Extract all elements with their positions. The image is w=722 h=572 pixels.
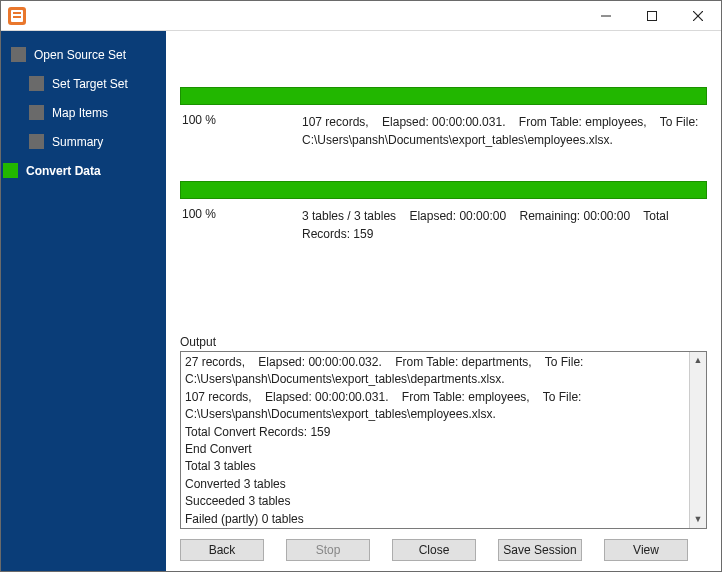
progress-text-current: 107 records, Elapsed: 00:00:00.031. From… xyxy=(302,113,705,149)
svg-rect-5 xyxy=(648,11,657,20)
step-label: Open Source Set xyxy=(34,48,126,62)
titlebar-left xyxy=(1,6,27,26)
progress-pct-total: 100 % xyxy=(182,207,270,221)
progress-area: 100 % 107 records, Elapsed: 00:00:00.031… xyxy=(166,31,721,243)
titlebar xyxy=(1,1,721,31)
output-textarea[interactable]: 27 records, Elapsed: 00:00:00.032. From … xyxy=(180,351,707,529)
output-label: Output xyxy=(180,335,707,349)
svg-rect-3 xyxy=(13,16,21,18)
step-box-icon xyxy=(29,76,44,91)
step-convert-data[interactable]: Convert Data xyxy=(3,163,158,178)
wizard-sidebar: Open Source Set Set Target Set Map Items… xyxy=(1,31,166,571)
step-box-icon xyxy=(11,47,26,62)
window-controls xyxy=(583,1,721,31)
step-label: Summary xyxy=(52,135,103,149)
main-panel: 100 % 107 records, Elapsed: 00:00:00.031… xyxy=(166,31,721,571)
button-row: Back Stop Close Save Session View xyxy=(166,529,721,572)
progress-pct-current: 100 % xyxy=(182,113,270,127)
step-box-icon xyxy=(3,163,18,178)
output-scrollbar[interactable]: ▲ ▼ xyxy=(689,352,706,528)
step-open-source-set[interactable]: Open Source Set xyxy=(11,47,158,62)
step-summary[interactable]: Summary xyxy=(29,134,158,149)
step-set-target-set[interactable]: Set Target Set xyxy=(29,76,158,91)
progress-bar-current xyxy=(180,87,707,105)
output-text: 27 records, Elapsed: 00:00:00.032. From … xyxy=(185,355,587,526)
scroll-up-icon[interactable]: ▲ xyxy=(690,352,706,369)
step-map-items[interactable]: Map Items xyxy=(29,105,158,120)
app-icon xyxy=(7,6,27,26)
maximize-button[interactable] xyxy=(629,1,675,31)
minimize-button[interactable] xyxy=(583,1,629,31)
progress-status-current: 100 % 107 records, Elapsed: 00:00:00.031… xyxy=(180,111,707,149)
step-label: Convert Data xyxy=(26,164,101,178)
progress-status-total: 100 % 3 tables / 3 tables Elapsed: 00:00… xyxy=(180,205,707,243)
body: Open Source Set Set Target Set Map Items… xyxy=(1,31,721,571)
step-label: Set Target Set xyxy=(52,77,128,91)
svg-rect-2 xyxy=(13,12,21,14)
scroll-down-icon[interactable]: ▼ xyxy=(690,511,706,528)
step-box-icon xyxy=(29,105,44,120)
app-window: Open Source Set Set Target Set Map Items… xyxy=(0,0,722,572)
stop-button: Stop xyxy=(286,539,370,561)
back-button[interactable]: Back xyxy=(180,539,264,561)
view-button[interactable]: View xyxy=(604,539,688,561)
close-window-button[interactable] xyxy=(675,1,721,31)
save-session-button[interactable]: Save Session xyxy=(498,539,582,561)
progress-bar-total xyxy=(180,181,707,199)
close-button[interactable]: Close xyxy=(392,539,476,561)
step-label: Map Items xyxy=(52,106,108,120)
step-box-icon xyxy=(29,134,44,149)
progress-text-total: 3 tables / 3 tables Elapsed: 00:00:00 Re… xyxy=(302,207,705,243)
output-area: Output 27 records, Elapsed: 00:00:00.032… xyxy=(166,335,721,529)
